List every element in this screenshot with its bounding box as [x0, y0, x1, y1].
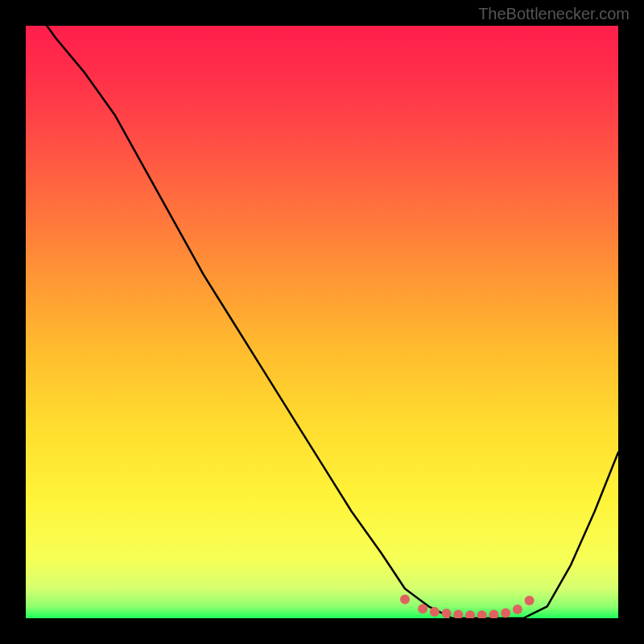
attribution-text: TheBottlenecker.com: [478, 5, 630, 23]
highlight-dot: [400, 594, 410, 604]
highlight-dot: [525, 596, 535, 605]
highlight-dot: [442, 609, 452, 618]
chart-container: TheBottlenecker.com: [0, 0, 644, 644]
chart-svg: [26, 26, 618, 618]
plot-area: [26, 26, 618, 618]
highlight-dot: [501, 608, 510, 617]
highlight-dot: [430, 607, 440, 617]
highlight-dot: [513, 605, 522, 614]
highlight-dot: [418, 604, 427, 613]
